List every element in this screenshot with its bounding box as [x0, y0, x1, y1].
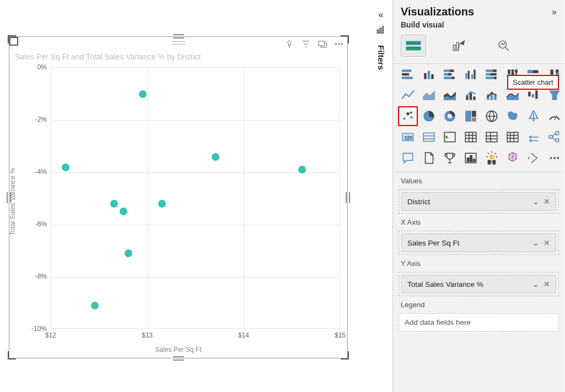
resize-handle-bl[interactable] — [8, 351, 16, 360]
yaxis-field-well[interactable]: Total Sales Variance % ⌄ ✕ — [401, 275, 556, 293]
svg-point-17 — [499, 41, 507, 48]
x-tick-label: $12 — [45, 331, 56, 339]
resize-handle-tl[interactable] — [8, 35, 16, 43]
svg-rect-5 — [380, 28, 381, 33]
svg-rect-32 — [471, 74, 473, 79]
data-point[interactable] — [125, 249, 132, 257]
collapse-panel-icon[interactable]: » — [552, 7, 557, 17]
filters-pane-collapsed[interactable]: « Filters — [375, 10, 387, 70]
svg-rect-15 — [453, 45, 455, 51]
data-point[interactable] — [139, 90, 147, 98]
gridline — [51, 225, 340, 225]
viz-matrix[interactable] — [482, 128, 501, 146]
viz-stacked-bar-h[interactable] — [399, 65, 417, 84]
viz-narrative[interactable] — [482, 149, 501, 167]
resize-handle-br[interactable] — [341, 351, 349, 360]
y-tick-label: -2% — [35, 116, 47, 123]
data-point[interactable] — [62, 164, 69, 171]
viz-shape-map[interactable] — [524, 107, 543, 126]
viz-gauge[interactable] — [545, 107, 564, 126]
viz-decomp[interactable] — [545, 128, 564, 146]
viz-donut[interactable] — [440, 107, 459, 126]
chevron-down-icon[interactable]: ⌄ — [532, 238, 539, 247]
analytics-tab[interactable] — [491, 35, 516, 57]
svg-point-95 — [530, 136, 531, 138]
svg-rect-22 — [428, 71, 430, 79]
legend-field-well[interactable]: Add data fields here — [399, 313, 559, 331]
legend-label: Legend — [401, 301, 557, 309]
values-field-well[interactable]: District ⌄ ✕ — [401, 192, 556, 211]
viz-py-visual[interactable] — [503, 149, 522, 167]
viz-key-influencers[interactable] — [461, 149, 480, 167]
viz-report[interactable] — [419, 149, 438, 167]
viz-treemap[interactable] — [461, 107, 480, 126]
yaxis-field-text: Total Sales Variance % — [407, 280, 483, 288]
svg-rect-71 — [472, 111, 476, 117]
xaxis-field-well[interactable]: Sales Per Sq Ft ⌄ ✕ — [401, 233, 556, 252]
svg-rect-61 — [532, 94, 534, 98]
viz-clustered-column2[interactable] — [461, 65, 480, 84]
viz-map[interactable] — [482, 107, 501, 126]
svg-rect-105 — [473, 159, 475, 161]
expand-filters-icon[interactable]: « — [379, 10, 384, 20]
chevron-down-icon[interactable]: ⌄ — [532, 197, 539, 206]
viz-r-visual[interactable] — [524, 128, 543, 146]
more-options-icon[interactable] — [334, 39, 344, 49]
svg-point-65 — [410, 116, 412, 118]
data-point[interactable] — [212, 153, 219, 161]
xaxis-field-text: Sales Per Sq Ft — [407, 239, 460, 247]
svg-rect-23 — [431, 74, 433, 79]
resize-handle-r[interactable] — [346, 192, 350, 203]
viz-trophy[interactable] — [440, 149, 459, 167]
svg-rect-77 — [423, 133, 434, 141]
data-point[interactable] — [91, 302, 99, 309]
yaxis-label: Y Axis — [401, 259, 557, 268]
viz-clustered-column[interactable] — [419, 65, 438, 84]
svg-rect-35 — [493, 69, 497, 72]
filters-icon[interactable] — [376, 25, 386, 37]
viz-chat[interactable] — [399, 149, 417, 167]
viz-stacked-bar-h2[interactable] — [440, 65, 459, 84]
svg-point-97 — [530, 140, 531, 141]
viz-combo-line-col2[interactable] — [482, 86, 501, 105]
data-point[interactable] — [298, 166, 306, 173]
viz-combo-line-col[interactable] — [461, 86, 480, 105]
data-point[interactable] — [120, 208, 127, 215]
remove-field-icon[interactable]: ✕ — [544, 280, 550, 288]
viz-power-apps[interactable] — [524, 149, 543, 167]
viz-multi-row[interactable] — [440, 128, 459, 146]
viz-area[interactable] — [419, 86, 438, 105]
viz-stacked-bar-100[interactable] — [482, 65, 501, 84]
chart-visual-frame[interactable]: Sales Per Sq Ft and Total Sales Variance… — [9, 36, 348, 358]
remove-field-icon[interactable]: ✕ — [544, 238, 550, 247]
chevron-down-icon[interactable]: ⌄ — [532, 280, 539, 288]
filter-icon[interactable] — [301, 39, 311, 49]
remove-field-icon[interactable]: ✕ — [544, 197, 550, 206]
viz-more-icon[interactable] — [545, 149, 564, 167]
build-visual-tab[interactable] — [401, 35, 426, 57]
data-point[interactable] — [158, 200, 166, 208]
format-visual-tab[interactable] — [446, 35, 471, 57]
focus-mode-icon[interactable] — [318, 39, 327, 49]
gridline — [244, 68, 245, 328]
viz-table-icon[interactable] — [461, 128, 480, 146]
svg-rect-21 — [424, 73, 426, 79]
viz-line[interactable] — [399, 86, 417, 105]
viz-matrix2[interactable] — [503, 128, 522, 146]
data-point[interactable] — [110, 200, 118, 208]
pin-icon[interactable] — [284, 39, 294, 49]
viz-card[interactable]: 123 — [399, 128, 417, 146]
viz-pie[interactable] — [419, 107, 438, 126]
drag-handle[interactable] — [172, 41, 185, 45]
viz-stacked-area[interactable] — [440, 86, 459, 105]
viz-scatter[interactable] — [399, 107, 417, 126]
svg-rect-18 — [402, 69, 411, 72]
resize-handle-b[interactable] — [173, 356, 184, 361]
panel-title: Visualizations — [401, 6, 474, 18]
viz-filled-map[interactable] — [503, 107, 522, 126]
svg-rect-86 — [486, 132, 497, 141]
viz-kpi[interactable] — [419, 128, 438, 146]
svg-point-63 — [403, 117, 405, 119]
svg-rect-37 — [491, 73, 497, 75]
resize-handle-t[interactable] — [173, 34, 184, 39]
